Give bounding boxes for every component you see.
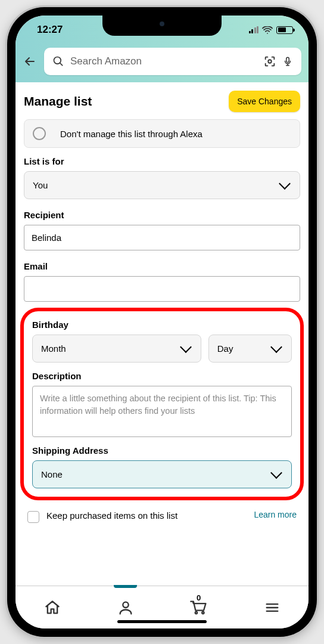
email-label: Email xyxy=(24,261,300,271)
nav-menu[interactable] xyxy=(235,586,309,628)
search-input[interactable]: Search Amazon xyxy=(70,55,257,67)
radio-unchecked-icon[interactable] xyxy=(33,127,46,140)
list-for-select[interactable]: You xyxy=(24,171,300,199)
screen: 12:27 Search Amazon Manage list Save Cha… xyxy=(15,16,309,628)
chevron-down-icon xyxy=(270,467,282,479)
cart-count-badge: 0 xyxy=(197,593,201,602)
description-textarea[interactable]: Write a little something about the recip… xyxy=(32,386,292,437)
alexa-option-label: Don't manage this list through Alexa xyxy=(60,129,202,139)
description-label: Description xyxy=(32,371,292,381)
svg-rect-2 xyxy=(286,57,289,62)
home-indicator[interactable] xyxy=(117,620,207,623)
status-time: 12:27 xyxy=(37,24,63,36)
microphone-icon[interactable] xyxy=(282,55,293,68)
highlighted-section: Birthday Month Day Description xyxy=(20,308,304,500)
save-changes-button[interactable]: Save Changes xyxy=(229,91,300,112)
list-for-label: List is for xyxy=(24,156,300,166)
svg-point-3 xyxy=(123,602,128,607)
camera-scan-icon[interactable] xyxy=(263,55,276,68)
user-icon xyxy=(117,599,134,616)
svg-point-1 xyxy=(268,60,272,63)
page-title: Manage list xyxy=(24,94,92,109)
nav-home[interactable] xyxy=(15,586,89,628)
chevron-down-icon xyxy=(180,341,192,353)
birthday-month-value: Month xyxy=(41,343,66,354)
alexa-option-row[interactable]: Don't manage this list through Alexa xyxy=(24,119,300,148)
hamburger-menu-icon xyxy=(264,599,281,616)
learn-more-link[interactable]: Learn more xyxy=(254,510,297,519)
birthday-day-select[interactable]: Day xyxy=(208,335,292,363)
recipient-input[interactable] xyxy=(24,225,300,250)
keep-purchased-row: Keep purchased items on this list Learn … xyxy=(15,505,309,523)
chevron-down-icon xyxy=(279,178,291,190)
shipping-address-select[interactable]: None xyxy=(32,460,292,488)
status-indicators xyxy=(249,26,294,34)
keep-purchased-checkbox[interactable] xyxy=(27,511,39,523)
chevron-down-icon xyxy=(270,341,282,353)
search-icon xyxy=(52,55,64,67)
phone-frame: 12:27 Search Amazon Manage list Save Cha… xyxy=(7,7,317,637)
shipping-address-value: None xyxy=(41,469,63,479)
home-icon xyxy=(44,599,61,616)
app-header: Search Amazon xyxy=(15,44,309,82)
notch xyxy=(102,16,222,36)
battery-icon xyxy=(276,26,293,34)
email-input[interactable] xyxy=(24,276,300,302)
recipient-label: Recipient xyxy=(24,210,300,220)
search-bar[interactable]: Search Amazon xyxy=(44,48,301,75)
main-content: Manage list Save Changes Don't manage th… xyxy=(15,82,309,586)
cellular-signal-icon xyxy=(249,26,259,33)
back-icon[interactable] xyxy=(23,54,37,69)
birthday-month-select[interactable]: Month xyxy=(32,335,201,363)
birthday-label: Birthday xyxy=(32,320,292,330)
birthday-day-value: Day xyxy=(217,343,233,354)
wifi-icon xyxy=(262,26,273,34)
keep-purchased-label: Keep purchased items on this list xyxy=(46,510,177,522)
list-for-value: You xyxy=(33,180,48,190)
shipping-address-label: Shipping Address xyxy=(32,445,292,456)
